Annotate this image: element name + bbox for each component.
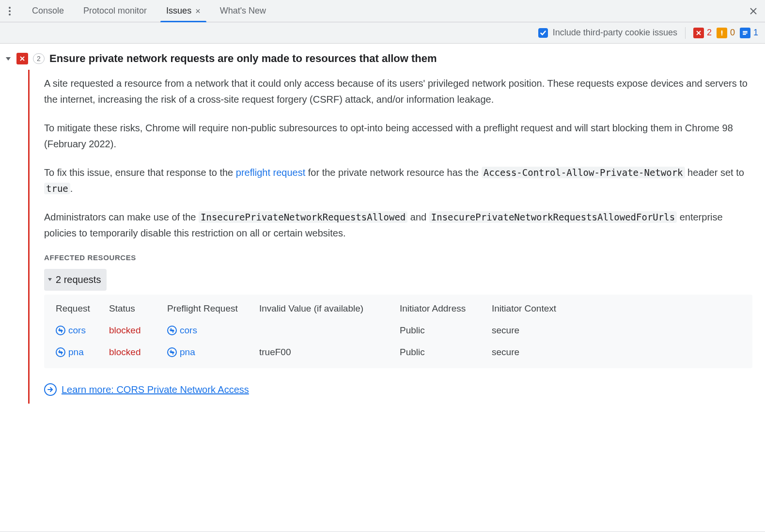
initiator-ctx-cell: secure — [492, 344, 747, 360]
code-header-name: Access-Control-Allow-Private-Network — [482, 167, 685, 178]
requests-table: Request Status Preflight Request Invalid… — [44, 295, 752, 368]
tab-whats-new[interactable]: What's New — [210, 0, 276, 22]
toolbar-divider — [685, 27, 686, 39]
close-icon[interactable]: × — [195, 7, 201, 16]
tab-issues[interactable]: Issues × — [156, 0, 210, 22]
network-icon — [167, 347, 177, 357]
tab-protocol-monitor[interactable]: Protocol monitor — [74, 0, 156, 22]
network-icon — [56, 326, 65, 335]
request-link[interactable]: cors — [56, 323, 109, 338]
code-header-value: true — [44, 183, 70, 194]
issue-paragraph: A site requested a resource from a netwo… — [44, 76, 752, 108]
warning-count: 0 — [730, 28, 735, 38]
code-policy: InsecurePrivateNetworkRequestsAllowed — [199, 211, 407, 223]
third-party-cookie-label: Include third-party cookie issues — [553, 28, 677, 38]
svg-point-1 — [9, 10, 11, 12]
invalid-cell: trueF00 — [259, 344, 400, 360]
status-cell: blocked — [109, 344, 167, 360]
table-row: cors blocked cors Public secure — [56, 319, 747, 341]
warning-icon — [717, 28, 727, 38]
arrow-right-icon — [44, 383, 57, 396]
col-request: Request — [56, 301, 109, 316]
code-policy: InsecurePrivateNetworkRequestsAllowedFor… — [429, 211, 677, 223]
col-status: Status — [109, 301, 167, 316]
issue-paragraph: To mitigate these risks, Chrome will req… — [44, 120, 752, 152]
requests-count-label: 2 requests — [56, 272, 101, 288]
svg-point-2 — [9, 14, 11, 16]
error-severity-icon — [16, 53, 28, 64]
col-invalid: Invalid Value (if available) — [259, 301, 400, 316]
info-count-badge[interactable]: 1 — [740, 28, 758, 38]
tabs: Console Protocol monitor Issues × What's… — [22, 0, 276, 22]
tab-label: Issues — [166, 6, 191, 16]
issues-content[interactable]: 2 Ensure private network requests are on… — [0, 44, 765, 532]
network-icon — [56, 347, 65, 357]
info-count: 1 — [753, 28, 758, 38]
affected-resources-heading: AFFECTED RESOURCES — [44, 252, 752, 264]
close-panel-button[interactable] — [745, 2, 762, 20]
error-count: 2 — [707, 28, 712, 38]
third-party-cookie-checkbox[interactable] — [538, 28, 548, 38]
issue-paragraph: To fix this issue, ensure that response … — [44, 165, 752, 197]
col-initiator-addr: Initiator Address — [400, 301, 492, 316]
error-icon — [693, 28, 704, 38]
network-icon — [167, 326, 177, 335]
issues-toolbar: Include third-party cookie issues 2 0 1 — [0, 22, 765, 44]
col-preflight: Preflight Request — [167, 301, 259, 316]
issue-title: Ensure private network requests are only… — [49, 52, 437, 65]
status-cell: blocked — [109, 323, 167, 338]
error-count-badge[interactable]: 2 — [693, 28, 712, 38]
issue-header[interactable]: 2 Ensure private network requests are on… — [5, 50, 761, 70]
learn-more-row: Learn more: CORS Private Network Access — [44, 382, 249, 398]
tab-strip: Console Protocol monitor Issues × What's… — [0, 0, 765, 22]
tab-label: Console — [32, 6, 64, 16]
issue-paragraph: Administrators can make use of the Insec… — [44, 209, 752, 241]
issue-body: A site requested a resource from a netwo… — [28, 70, 761, 404]
table-header-row: Request Status Preflight Request Invalid… — [56, 297, 747, 319]
initiator-ctx-cell: secure — [492, 323, 747, 338]
preflight-link[interactable]: preflight request — [236, 167, 305, 178]
learn-more-link[interactable]: Learn more: CORS Private Network Access — [62, 382, 249, 398]
more-tools-icon[interactable] — [2, 3, 17, 19]
tab-label: Protocol monitor — [83, 6, 147, 16]
issue-count-pill: 2 — [33, 53, 45, 64]
table-row: pna blocked pna trueF00 Public secure — [56, 341, 747, 363]
initiator-addr-cell: Public — [400, 344, 492, 360]
tab-console[interactable]: Console — [22, 0, 74, 22]
initiator-addr-cell: Public — [400, 323, 492, 338]
chevron-down-icon — [48, 278, 52, 281]
info-icon — [740, 28, 750, 38]
tab-label: What's New — [220, 6, 266, 16]
preflight-link[interactable]: pna — [167, 344, 259, 360]
preflight-link[interactable]: cors — [167, 323, 259, 338]
chevron-down-icon[interactable] — [6, 57, 11, 61]
svg-point-0 — [9, 7, 11, 9]
request-link[interactable]: pna — [56, 344, 109, 360]
warning-count-badge[interactable]: 0 — [717, 28, 735, 38]
col-initiator-ctx: Initiator Context — [492, 301, 747, 316]
requests-toggle[interactable]: 2 requests — [44, 269, 107, 291]
